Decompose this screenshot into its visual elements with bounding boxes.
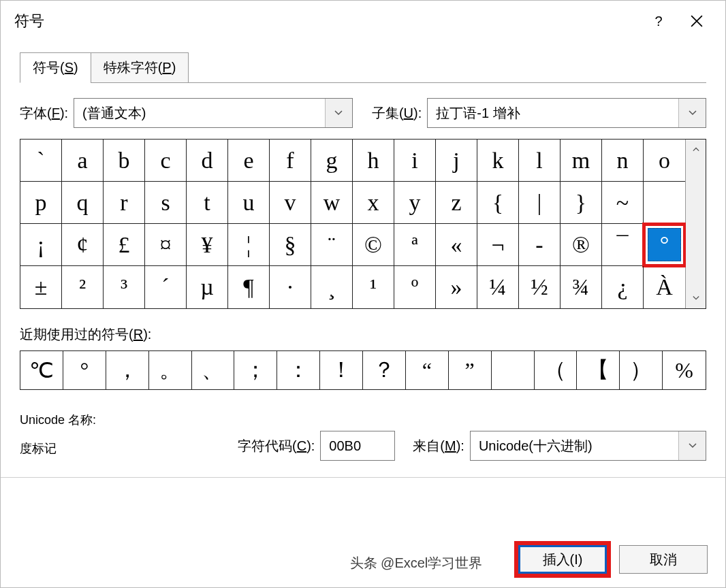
symbol-cell[interactable]: ¯	[602, 224, 644, 266]
symbol-cell[interactable]: ±	[20, 266, 62, 308]
recent-symbol-cell[interactable]: ？	[363, 351, 406, 389]
dialog-title: 符号	[14, 11, 640, 31]
symbol-cell[interactable]: y	[394, 182, 436, 224]
symbol-cell[interactable]: a	[62, 140, 104, 182]
symbol-cell[interactable]: c	[145, 140, 187, 182]
recent-symbol-cell[interactable]: 【	[577, 351, 620, 389]
symbol-cell[interactable]: ¹	[353, 266, 394, 308]
symbol-cell[interactable]: s	[145, 182, 187, 224]
recent-symbol-cell[interactable]: （	[535, 351, 578, 389]
tab-special-characters[interactable]: 特殊字符(P)	[91, 52, 189, 83]
symbol-cell[interactable]: «	[436, 224, 477, 266]
symbol-cell[interactable]: n	[602, 140, 644, 182]
symbol-cell[interactable]: i	[394, 140, 436, 182]
symbol-cell[interactable]: ª	[394, 224, 436, 266]
symbol-cell[interactable]: µ	[187, 266, 228, 308]
symbol-cell[interactable]: ¡	[20, 224, 62, 266]
recent-symbol-cell[interactable]: ；	[234, 351, 277, 389]
symbol-cell[interactable]: v	[270, 182, 311, 224]
symbol-cell[interactable]: o	[644, 140, 685, 182]
symbol-cell[interactable]: r	[104, 182, 145, 224]
font-combo[interactable]: (普通文本)	[74, 98, 353, 128]
symbol-cell[interactable]: ¿	[602, 266, 644, 308]
symbol-cell[interactable]: z	[436, 182, 477, 224]
insert-button[interactable]: 插入(I)	[518, 545, 607, 574]
subset-combo[interactable]: 拉丁语-1 增补	[427, 98, 706, 128]
symbol-cell[interactable]: g	[311, 140, 353, 182]
symbol-cell[interactable]: £	[104, 224, 145, 266]
symbol-cell[interactable]: ¸	[311, 266, 353, 308]
recent-symbol-cell[interactable]: 、	[192, 351, 235, 389]
recent-symbol-cell[interactable]: ：	[277, 351, 320, 389]
symbol-cell[interactable]	[644, 182, 685, 224]
symbol-cell[interactable]: À	[644, 266, 685, 308]
symbol-cell[interactable]: ©	[353, 224, 394, 266]
symbol-cell[interactable]: -	[519, 224, 561, 266]
symbol-cell[interactable]: b	[104, 140, 145, 182]
recent-symbol-cell[interactable]: %	[663, 351, 706, 389]
symbol-cell[interactable]: §	[270, 224, 311, 266]
symbol-cell[interactable]: ´	[145, 266, 187, 308]
symbol-cell[interactable]: º	[394, 266, 436, 308]
symbol-cell[interactable]: f	[270, 140, 311, 182]
symbol-cell[interactable]: ³	[104, 266, 145, 308]
symbol-cell[interactable]: p	[20, 182, 62, 224]
recent-symbol-cell[interactable]: ℃	[20, 351, 63, 389]
symbol-cell[interactable]: m	[561, 140, 602, 182]
symbol-cell[interactable]: w	[311, 182, 353, 224]
cancel-button-label: 取消	[650, 551, 677, 569]
cancel-button[interactable]: 取消	[619, 545, 708, 574]
symbol-cell[interactable]: ¨	[311, 224, 353, 266]
symbol-cell[interactable]: |	[519, 182, 561, 224]
tab-symbols[interactable]: 符号(S)	[20, 52, 91, 83]
symbol-cell[interactable]: x	[353, 182, 394, 224]
close-button[interactable]	[678, 6, 716, 36]
subset-value: 拉丁语-1 增补	[428, 104, 678, 122]
symbol-cell[interactable]: }	[561, 182, 602, 224]
recent-symbol-cell[interactable]	[492, 351, 535, 389]
help-button[interactable]: ?	[640, 6, 678, 36]
symbol-cell[interactable]: d	[187, 140, 228, 182]
from-combo[interactable]: Unicode(十六进制)	[470, 431, 706, 461]
recent-symbol-cell[interactable]: ，	[106, 351, 149, 389]
symbol-cell[interactable]: ¤	[145, 224, 187, 266]
recent-symbol-cell[interactable]: “	[406, 351, 449, 389]
symbol-cell[interactable]: ½	[519, 266, 561, 308]
chevron-down-icon	[678, 99, 706, 127]
symbol-cell[interactable]: {	[477, 182, 519, 224]
symbol-cell[interactable]: u	[228, 182, 270, 224]
symbol-cell[interactable]: ~	[602, 182, 644, 224]
recent-symbol-cell[interactable]: ”	[449, 351, 492, 389]
symbol-cell[interactable]: l	[519, 140, 561, 182]
symbol-cell[interactable]: q	[62, 182, 104, 224]
symbol-cell[interactable]: ¢	[62, 224, 104, 266]
symbol-cell[interactable]: ®	[561, 224, 602, 266]
symbol-cell[interactable]: j	[436, 140, 477, 182]
recent-symbol-cell[interactable]: °	[63, 351, 106, 389]
titlebar: 符号 ?	[1, 1, 725, 39]
symbol-cell[interactable]: ¼	[477, 266, 519, 308]
scrollbar[interactable]	[685, 140, 706, 308]
symbol-cell[interactable]: ¦	[228, 224, 270, 266]
symbol-cell[interactable]: ¥	[187, 224, 228, 266]
symbol-cell[interactable]: t	[187, 182, 228, 224]
symbol-cell[interactable]: `	[20, 140, 62, 182]
symbol-cell[interactable]: ¬	[477, 224, 519, 266]
symbol-cell[interactable]: »	[436, 266, 477, 308]
symbol-cell[interactable]: h	[353, 140, 394, 182]
scroll-down-button[interactable]	[686, 288, 706, 308]
symbol-cell[interactable]: ¶	[228, 266, 270, 308]
recent-symbol-cell[interactable]: 。	[149, 351, 192, 389]
symbol-cell[interactable]: ·	[270, 266, 311, 308]
symbol-cell[interactable]: e	[228, 140, 270, 182]
recent-label: 近期使用过的符号(R):	[20, 325, 706, 344]
symbol-cell[interactable]: k	[477, 140, 519, 182]
recent-symbol-cell[interactable]: ）	[620, 351, 663, 389]
scroll-up-button[interactable]	[686, 140, 706, 160]
symbol-cell[interactable]: ¾	[561, 266, 602, 308]
recent-symbol-cell[interactable]: ！	[320, 351, 363, 389]
scrollbar-track[interactable]	[686, 160, 706, 288]
symbol-cell[interactable]: °	[644, 224, 685, 266]
char-code-input[interactable]	[320, 431, 395, 461]
symbol-cell[interactable]: ²	[62, 266, 104, 308]
